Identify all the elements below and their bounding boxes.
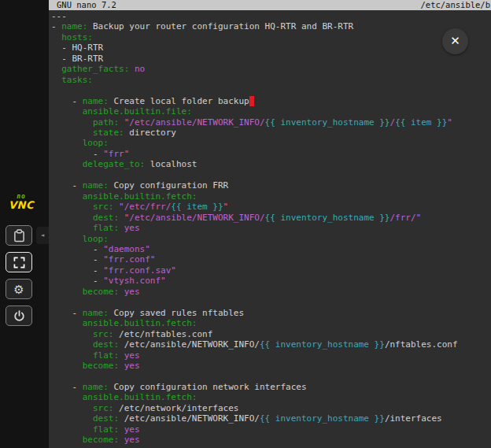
code-line: ansible.builtin.fetch: <box>51 392 491 402</box>
code-line: loop: <box>51 138 491 148</box>
code-line: - name: Create local folder backup <box>51 96 491 106</box>
code-line: - "frr" <box>51 149 491 159</box>
nano-file-path: /etc/ansible/b <box>420 0 490 10</box>
code-line: gather_facts: no <box>51 64 491 74</box>
editor-content: ---- name: Backup your router configurat… <box>49 10 491 446</box>
code-line: dest: "/etc/ansible/NETWORK_INFO/{{ inve… <box>51 213 491 223</box>
code-line: hosts: <box>51 32 491 43</box>
fullscreen-icon <box>13 257 25 268</box>
code-line: - HQ-RTR <box>51 43 491 53</box>
code-line: flat: yes <box>51 223 491 233</box>
code-line: tasks: <box>51 75 491 85</box>
close-icon: ✕ <box>450 35 460 47</box>
close-button[interactable]: ✕ <box>442 28 468 54</box>
code-line: dest: /etc/ansible/NETWORK_INFO/{{ inven… <box>51 339 491 350</box>
code-line: ansible.builtin.file: <box>51 106 491 117</box>
control-bar-handle[interactable]: ◄ <box>36 227 49 244</box>
code-line: - name: Copy saved rules nftables <box>51 308 491 318</box>
settings-button[interactable]: ⚙ <box>6 279 32 299</box>
vnc-sidebar: no VNC ⚙ ◄ <box>0 0 49 448</box>
code-line <box>51 170 491 180</box>
code-line: - "vtysh.conf" <box>51 276 491 286</box>
code-line <box>51 371 491 381</box>
code-line: become: yes <box>51 361 491 371</box>
code-line: flat: yes <box>51 424 491 435</box>
code-line <box>51 297 491 307</box>
clipboard-icon <box>13 229 25 243</box>
clipboard-button[interactable] <box>6 225 32 246</box>
fullscreen-button[interactable] <box>6 252 32 272</box>
code-line: become: yes <box>51 287 491 297</box>
nano-titlebar: GNU nano 7.2 /etc/ansible/b <box>49 0 491 10</box>
code-line: - "daemons" <box>51 244 491 254</box>
novnc-logo: no VNC <box>3 194 39 210</box>
code-line <box>51 85 491 95</box>
code-line: become: yes <box>51 435 491 445</box>
code-line: src: "/etc/frr/{{ item }}" <box>51 202 491 212</box>
code-line: --- <box>51 11 491 21</box>
gear-icon: ⚙ <box>13 283 24 295</box>
code-line: ansible.builtin.fetch: <box>51 191 491 202</box>
power-icon <box>13 310 25 322</box>
code-line: - "frr.conf.sav" <box>51 265 491 276</box>
nano-app-title: GNU nano 7.2 <box>57 0 116 10</box>
code-line: src: /etc/nftables.conf <box>51 329 491 339</box>
code-line: - name: Backup your router configuration… <box>51 21 491 31</box>
chevron-left-icon: ◄ <box>41 232 45 239</box>
code-line: dest: /etc/ansible/NETWORK_INFO/{{ inven… <box>51 413 491 424</box>
code-line: - name: Copy configuration FRR <box>51 180 491 191</box>
code-line: - BR-RTR <box>51 54 491 64</box>
code-line: flat: yes <box>51 350 491 361</box>
code-line: delegate_to: localhost <box>51 159 491 169</box>
code-line: - name: Copy configuration network inter… <box>51 382 491 392</box>
code-line: state: directory <box>51 128 491 138</box>
code-line: path: "/etc/ansible/NETWORK_INFO/{{ inve… <box>51 117 491 128</box>
code-line: loop: <box>51 234 491 244</box>
novnc-logo-text: VNC <box>3 200 39 210</box>
code-line: ansible.builtin.fetch: <box>51 318 491 328</box>
terminal-window[interactable]: GNU nano 7.2 /etc/ansible/b ---- name: B… <box>49 0 491 448</box>
power-button[interactable] <box>6 305 32 326</box>
code-line: src: /etc/network/interfaces <box>51 403 491 413</box>
code-line: - "frr.conf" <box>51 254 491 265</box>
